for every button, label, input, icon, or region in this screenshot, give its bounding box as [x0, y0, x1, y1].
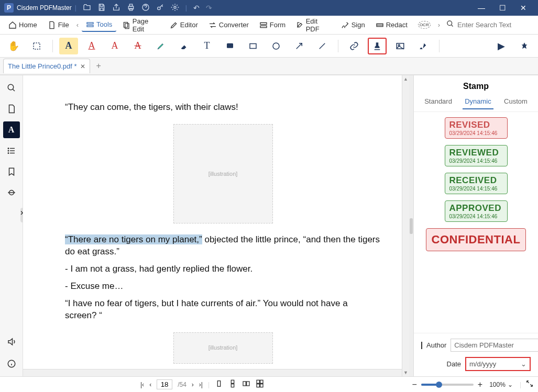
svg-rect-10	[260, 23, 267, 24]
pin-tool[interactable]	[515, 38, 534, 54]
stamp-tab-standard[interactable]: Standard	[422, 95, 454, 109]
signature-tool[interactable]	[414, 38, 433, 54]
stamp-tab-dynamic[interactable]: Dynamic	[463, 95, 493, 109]
highlight-tool[interactable]: A	[59, 38, 78, 54]
document-viewport[interactable]: “They can come, the tigers, with their c…	[23, 75, 402, 376]
select-tool[interactable]	[27, 38, 46, 54]
stamp-approved[interactable]: APPROVED 03/29/2024 14:15:46	[445, 200, 508, 222]
menu-sign[interactable]: Sign	[337, 19, 369, 31]
share-icon[interactable]	[112, 3, 120, 13]
doc-paragraph: - I am not a grass, had gently replied t…	[65, 263, 381, 275]
menu-page-edit[interactable]: Page Edit	[118, 15, 163, 35]
save-icon[interactable]	[97, 3, 106, 13]
text-tool[interactable]: T	[197, 38, 216, 54]
zoom-out-button[interactable]: −	[412, 380, 416, 389]
vertical-scrollbar[interactable]	[402, 75, 409, 376]
settings-icon[interactable]	[171, 3, 179, 13]
strikeout-tool[interactable]: A	[128, 38, 147, 54]
sidebar-annotations[interactable]: A	[3, 121, 20, 138]
add-tab-button[interactable]: +	[93, 61, 104, 71]
menu-ocr[interactable]: OCR	[414, 19, 435, 31]
stamp-received[interactable]: RECEIVED 03/29/2024 14:15:46	[445, 173, 508, 194]
print-icon[interactable]	[127, 3, 135, 13]
menu-next[interactable]: ›	[437, 19, 441, 31]
viewmode-facing[interactable]	[242, 379, 250, 389]
tab-close-icon[interactable]: ✕	[80, 63, 85, 70]
minimize-button[interactable]: —	[471, 4, 492, 12]
viewmode-facing-continuous[interactable]	[256, 379, 264, 389]
page-number-input[interactable]	[157, 379, 172, 389]
menu-redact[interactable]: Redact	[371, 19, 412, 31]
hand-tool[interactable]: ✋	[4, 38, 23, 54]
doc-paragraph: “They can come, the tigers, with their c…	[65, 102, 381, 114]
viewmode-continuous[interactable]	[228, 379, 237, 389]
menu-edit-pdf[interactable]: Edit PDF	[292, 15, 334, 35]
zoom-slider[interactable]	[421, 384, 474, 386]
author-input[interactable]	[451, 339, 538, 352]
help-icon[interactable]	[141, 3, 150, 13]
illustration-tiger: [illustration]	[173, 124, 273, 223]
sidebar-outline[interactable]	[3, 142, 20, 159]
stamp-reviewed[interactable]: REVIEWED 03/29/2024 14:15:46	[445, 145, 508, 166]
annotation-toolbar: ✋ A A A A T ▶	[0, 35, 538, 58]
fullscreen-button[interactable]	[525, 379, 534, 389]
menu-tools[interactable]: Tools	[82, 18, 116, 32]
first-page-button[interactable]: |‹	[140, 381, 144, 388]
stamp-tool[interactable]	[368, 38, 387, 54]
document-tab[interactable]: The Little Prince0.pdf * ✕	[3, 59, 90, 73]
stamp-tab-custom[interactable]: Custom	[502, 95, 530, 109]
circle-tool[interactable]	[267, 38, 286, 54]
author-checkbox[interactable]	[421, 342, 422, 349]
date-picker[interactable]: m/d/yyyy ⌄	[465, 357, 531, 371]
close-button[interactable]: ✕	[513, 4, 534, 12]
panel-title: Stamp	[414, 75, 538, 95]
menu-file[interactable]: File	[43, 19, 73, 31]
note-tool[interactable]	[221, 38, 239, 54]
zoom-in-button[interactable]: +	[478, 380, 482, 389]
search-icon	[446, 20, 454, 30]
svg-rect-22	[397, 43, 404, 49]
sidebar-search[interactable]	[3, 80, 20, 96]
last-page-button[interactable]: ›|	[199, 381, 203, 388]
image-tool[interactable]	[391, 38, 410, 54]
sidebar-thumbnails[interactable]	[3, 100, 20, 117]
eraser-tool[interactable]	[174, 38, 193, 54]
underline-tool[interactable]: A	[82, 38, 101, 54]
svg-point-31	[8, 153, 9, 154]
open-icon[interactable]	[83, 3, 91, 13]
prev-page-button[interactable]: ‹	[149, 381, 151, 388]
viewmode-single[interactable]	[215, 379, 223, 389]
sidebar-info[interactable]	[3, 355, 20, 372]
link-tool[interactable]	[345, 38, 364, 54]
menu-converter[interactable]: Converter	[204, 19, 253, 31]
play-tool[interactable]: ▶	[492, 38, 511, 54]
menu-home[interactable]: Home	[4, 19, 41, 31]
stamp-confidential[interactable]: CONFIDENTIAL	[426, 228, 526, 251]
search-input[interactable]	[457, 21, 531, 29]
squiggly-tool[interactable]: A	[105, 38, 124, 54]
sidebar-attachments[interactable]	[3, 184, 20, 201]
undo-icon[interactable]: ↶	[193, 4, 200, 12]
marker-tool[interactable]	[151, 38, 170, 54]
zoom-dropdown[interactable]: 100% ⌄	[487, 380, 515, 389]
next-page-button[interactable]: ›	[192, 381, 194, 388]
redo-icon[interactable]: ↷	[206, 4, 212, 12]
search-box[interactable]	[443, 19, 534, 31]
horizontal-scrollbar[interactable]	[23, 369, 402, 376]
line-tool[interactable]	[313, 38, 332, 54]
panel-splitter[interactable]	[409, 75, 413, 376]
doc-paragraph: - Excuse me…	[65, 281, 381, 293]
sidebar-bookmarks[interactable]	[3, 163, 20, 180]
menu-editor[interactable]: Editor	[166, 19, 202, 31]
sidebar-sound[interactable]	[3, 333, 20, 350]
stamp-revised[interactable]: REVISED 03/29/2024 14:15:46	[445, 117, 508, 139]
maximize-button[interactable]: ☐	[492, 4, 513, 12]
stamp-timestamp: 03/29/2024 14:15:46	[449, 186, 503, 192]
key-icon[interactable]	[156, 3, 164, 13]
menu-form[interactable]: Form	[255, 19, 290, 31]
arrow-tool[interactable]	[290, 38, 309, 54]
menu-prev[interactable]: ‹	[75, 19, 80, 31]
rectangle-tool[interactable]	[244, 38, 262, 54]
svg-point-30	[8, 150, 9, 151]
date-row: Date m/d/yyyy ⌄	[421, 357, 531, 371]
